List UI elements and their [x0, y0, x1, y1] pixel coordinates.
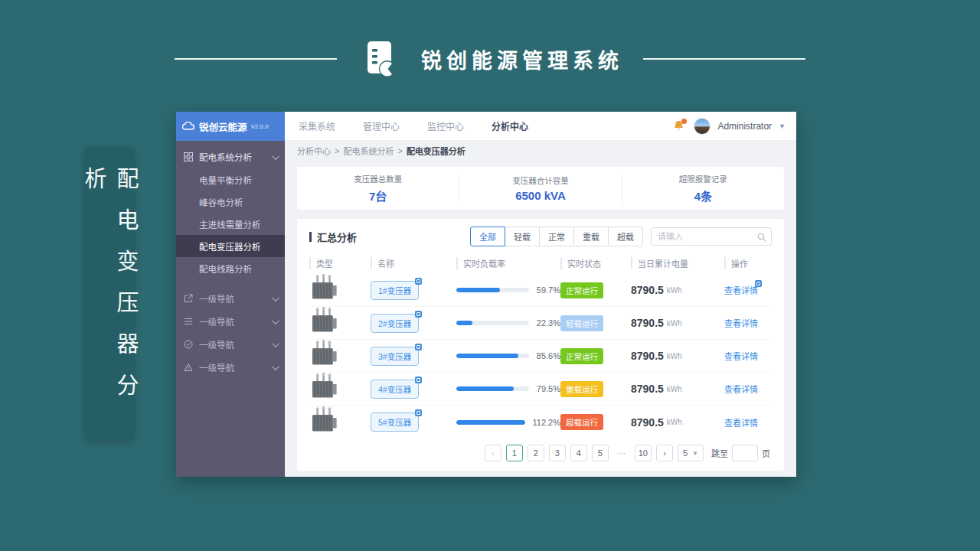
edit-badge-icon	[415, 344, 422, 350]
stat-transformer-count: 变压器总数量 7台	[297, 173, 459, 204]
transformer-image	[309, 406, 338, 439]
load-progress-bar	[456, 321, 529, 325]
filter-light-load[interactable]: 轻载	[505, 227, 540, 246]
table-row: 5#变压器 112.2% 超载运行 8790.5kWh 查看详情	[309, 406, 772, 439]
jump-unit: 页	[762, 447, 770, 459]
page-size-select[interactable]: 5▼	[678, 445, 704, 461]
view-details-link[interactable]: 查看详情	[724, 284, 758, 296]
load-value: 22.3%	[537, 318, 560, 328]
load-value: 59.7%	[537, 285, 560, 295]
chevron-down-icon	[272, 317, 279, 324]
transformer-name-button[interactable]: 5#变压器	[371, 412, 419, 432]
energy-value: 8790.5	[631, 383, 664, 395]
status-badge: 正常运行	[560, 282, 603, 298]
load-progress-bar	[456, 420, 525, 425]
chevron-down-icon	[272, 294, 279, 302]
avatar[interactable]	[694, 118, 710, 135]
main-content: 采集系统 管理中心 监控中心 分析中心 Administrator ▼ 分析中心…	[285, 112, 796, 477]
transformer-name-button[interactable]: 1#变压器	[371, 281, 419, 300]
edit-badge-icon	[415, 409, 422, 416]
tab-collection-system[interactable]: 采集系统	[299, 119, 335, 132]
banner-line-right	[643, 58, 805, 60]
page-button[interactable]: 4	[570, 445, 587, 461]
stat-total-capacity: 变压器合计容量 6500 kVA	[459, 174, 621, 202]
sidebar-group-nav-2[interactable]: 一级导航	[176, 310, 285, 333]
ellipsis-pages[interactable]: ···	[613, 445, 630, 461]
vertical-page-title: 配电变压器分析	[84, 147, 135, 439]
sidebar-group-nav-3[interactable]: 一级导航	[176, 333, 285, 356]
sidebar-item-power-balance[interactable]: 电量平衡分析	[176, 168, 285, 191]
prev-page-button[interactable]: ‹	[485, 445, 501, 461]
chevron-down-icon	[272, 152, 279, 160]
next-page-button[interactable]: ›	[656, 445, 673, 461]
check-circle-icon	[184, 340, 194, 350]
panel-title: 汇总分析	[309, 230, 357, 244]
site-banner: 锐创能源管理系统	[0, 37, 980, 81]
energy-unit: kWh	[667, 286, 682, 295]
breadcrumb-item[interactable]: 配电系统分析	[343, 145, 394, 157]
sidebar-group-distribution-analysis[interactable]: 配电系统分析	[176, 145, 285, 168]
stat-alarm-records: 超限报警记录 4条	[622, 173, 784, 204]
status-badge: 重载运行	[560, 381, 603, 397]
energy-unit: kWh	[667, 352, 682, 360]
page-button[interactable]: 10	[635, 445, 652, 461]
view-details-link[interactable]: 查看详情	[724, 350, 758, 362]
tab-management-center[interactable]: 管理中心	[363, 119, 400, 132]
page-button[interactable]: 1	[506, 445, 523, 461]
list-icon	[184, 317, 194, 327]
app-version: V2.0.0	[251, 123, 269, 130]
view-details-link[interactable]: 查看详情	[724, 416, 758, 429]
transformer-name-button[interactable]: 3#变压器	[371, 347, 419, 366]
page-button[interactable]: 5	[592, 445, 609, 461]
sidebar-group-nav-4[interactable]: 一级导航	[176, 356, 285, 379]
view-details-link[interactable]: 查看详情	[724, 317, 758, 329]
caret-down-icon[interactable]: ▼	[779, 122, 786, 130]
sidebar-item-main-line-demand[interactable]: 主进线需量分析	[176, 213, 285, 235]
jump-label: 跳至	[711, 447, 728, 459]
filter-heavy-load[interactable]: 重载	[573, 227, 609, 246]
edit-badge-icon	[415, 311, 422, 318]
tab-monitoring-center[interactable]: 监控中心	[427, 119, 464, 132]
load-progress-bar	[456, 354, 529, 358]
transformer-image	[309, 340, 338, 372]
grid-icon	[184, 152, 194, 162]
sidebar-item-transformer-analysis[interactable]: 配电变压器分析	[176, 235, 285, 257]
cloud-icon	[182, 122, 195, 131]
filter-normal[interactable]: 正常	[539, 227, 574, 246]
transformer-image	[309, 307, 338, 339]
notification-dot	[681, 119, 687, 124]
sidebar: 锐创云能源 V2.0.0 配电系统分析 电量平衡分析 峰谷电分析 主进线需量分析…	[176, 112, 285, 477]
tab-analysis-center[interactable]: 分析中心	[492, 119, 528, 132]
bell-icon[interactable]	[673, 119, 687, 133]
breadcrumb-item[interactable]: 分析中心	[297, 145, 331, 157]
filter-all[interactable]: 全部	[470, 227, 505, 246]
transformer-name-button[interactable]: 4#变压器	[371, 380, 419, 399]
page-button[interactable]: 2	[528, 445, 544, 461]
search-icon[interactable]	[757, 231, 766, 245]
edit-badge-icon	[415, 377, 422, 383]
energy-value: 8790.5	[631, 317, 664, 329]
filter-overload[interactable]: 超载	[608, 227, 643, 246]
energy-unit: kWh	[667, 418, 682, 426]
page-jump-input[interactable]	[732, 445, 758, 461]
chevron-down-icon	[272, 363, 279, 370]
energy-value: 8790.5	[631, 284, 664, 296]
app-window: 锐创云能源 V2.0.0 配电系统分析 电量平衡分析 峰谷电分析 主进线需量分析…	[176, 112, 796, 477]
page-button[interactable]: 3	[549, 445, 566, 461]
load-filter-group: 全部 轻载 正常 重载 超载	[470, 227, 643, 246]
breadcrumb-separator: >	[397, 146, 402, 155]
username: Administrator	[717, 121, 772, 132]
energy-value: 8790.5	[631, 416, 664, 429]
sidebar-group-nav-1[interactable]: 一级导航	[176, 287, 285, 310]
transformer-name-button[interactable]: 2#变压器	[371, 314, 419, 333]
view-details-link[interactable]: 查看详情	[724, 383, 758, 395]
sidebar-menu: 配电系统分析 电量平衡分析 峰谷电分析 主进线需量分析 配电变压器分析 配电线路…	[176, 141, 285, 477]
status-badge: 超载运行	[560, 414, 603, 430]
table-row: 3#变压器 85.6% 正常运行 8790.5kWh 查看详情	[309, 340, 772, 373]
table-header-row: 类型 名称 实时负载率 实时状态 当日累计电量 操作	[309, 253, 772, 274]
energy-unit: kWh	[667, 385, 682, 393]
search-input[interactable]	[651, 227, 772, 246]
table-row: 4#变压器 79.5% 重载运行 8790.5kWh 查看详情	[309, 373, 772, 406]
sidebar-item-peak-valley[interactable]: 峰谷电分析	[176, 191, 285, 213]
sidebar-item-line-analysis[interactable]: 配电线路分析	[176, 257, 285, 279]
